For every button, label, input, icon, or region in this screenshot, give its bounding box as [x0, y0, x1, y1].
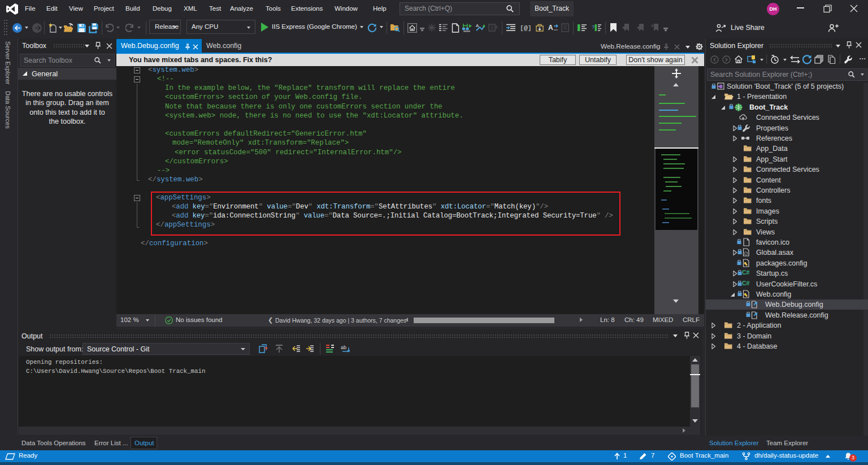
- svg-text:A: A: [548, 24, 553, 32]
- svg-text:A: A: [476, 23, 479, 28]
- svg-text:ab: ab: [341, 345, 346, 350]
- svg-text:?: ?: [592, 24, 594, 30]
